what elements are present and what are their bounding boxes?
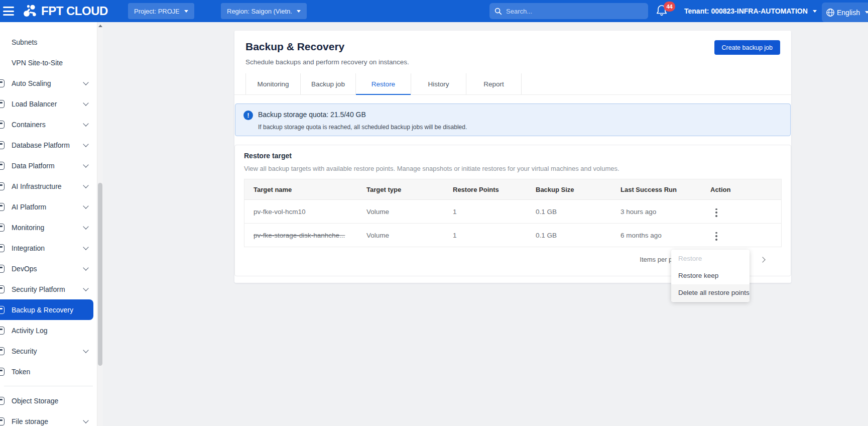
sidebar-item-ai-infrastructure[interactable]: AI Infrastructure xyxy=(0,176,97,196)
chevron-down-icon xyxy=(83,285,88,291)
chevron-down-icon xyxy=(83,244,88,250)
page-subtitle: Schedule backups and perform recovery on… xyxy=(245,58,780,66)
page-title: Backup & Recovery xyxy=(245,41,780,53)
scroll-up-icon[interactable] xyxy=(98,25,102,27)
sidebar-item-token[interactable]: Token xyxy=(0,361,97,382)
sidebar-item-file-storage[interactable]: File storage xyxy=(0,411,97,426)
sidebar-item-vpn-site-to-site[interactable]: VPN Site-to-Site xyxy=(0,52,97,73)
menu-item-restore[interactable]: Restore xyxy=(671,250,750,267)
row-actions-kebab-icon[interactable] xyxy=(712,206,720,219)
menu-icon[interactable] xyxy=(3,7,14,16)
sidebar-item-load-balancer[interactable]: Load Balancer xyxy=(0,93,97,114)
integration-icon xyxy=(0,244,5,252)
load-balancer-icon xyxy=(0,100,5,108)
sidebar-item-auto-scaling[interactable]: Auto Scaling xyxy=(0,73,97,93)
fpt-molecule-icon xyxy=(21,3,38,20)
table-row: pv-fke-storage-disk-hanhche... Volume 1 … xyxy=(244,224,781,247)
table-row: pv-fke-vol-hcm10 Volume 1 0.1 GB 3 hours… xyxy=(244,200,781,224)
search-input[interactable] xyxy=(506,8,643,15)
column-header-target-type: Target type xyxy=(357,186,444,193)
sidebar-item-object-storage[interactable]: Object Storage xyxy=(0,390,97,411)
sidebar-item-devops[interactable]: DevOps xyxy=(0,258,97,279)
top-navbar: FPT CLOUD Project: PROJECT_INF... Region… xyxy=(0,0,868,22)
chevron-right-icon xyxy=(760,257,765,262)
security-platform-icon xyxy=(0,285,5,293)
cell-last-success-run: 3 hours ago xyxy=(611,208,701,216)
chevron-down-icon xyxy=(865,11,868,14)
chevron-down-icon xyxy=(83,347,88,353)
sidebar-item-security[interactable]: Security xyxy=(0,341,97,361)
notifications-button[interactable]: 44 xyxy=(656,4,679,20)
sidebar-item-containers[interactable]: Containers xyxy=(0,114,97,135)
tab-restore[interactable]: Restore xyxy=(356,73,411,94)
page-header: Backup & Recovery Schedule backups and p… xyxy=(234,31,791,66)
region-selector[interactable]: Region: Saigon (Vietn... xyxy=(221,3,307,19)
sidebar-item-integration[interactable]: Integration xyxy=(0,238,97,258)
sidebar-item-database-platform[interactable]: Database Platform xyxy=(0,135,97,155)
sidebar-item-ai-platform[interactable]: AI Platform xyxy=(0,196,97,217)
tab-monitoring[interactable]: Monitoring xyxy=(245,73,301,94)
sidebar-item-activity-log[interactable]: Activity Log xyxy=(0,320,97,341)
chevron-down-icon xyxy=(83,121,88,126)
ai-infrastructure-icon xyxy=(0,182,5,190)
brand-logo[interactable]: FPT CLOUD xyxy=(21,0,108,22)
object-storage-icon xyxy=(0,397,5,405)
containers-icon xyxy=(0,121,5,129)
tenant-selector[interactable]: Tenant: 000823-INFRA-AUTOMATION xyxy=(684,0,817,22)
column-header-action: Action xyxy=(701,186,781,193)
cell-target-type: Volume xyxy=(357,232,444,239)
section-description: View all backup targets with available r… xyxy=(244,165,782,172)
language-label: English xyxy=(837,9,860,17)
data-platform-icon xyxy=(0,162,5,170)
devops-icon xyxy=(0,265,5,273)
sidebar-item-backup-recovery[interactable]: Backup & Recovery xyxy=(0,299,93,320)
menu-item-restore-keep[interactable]: Restore keep xyxy=(671,267,750,284)
token-icon xyxy=(0,368,5,376)
sidebar-scrollbar[interactable] xyxy=(97,22,103,426)
auto-scaling-icon xyxy=(0,79,5,87)
chevron-down-icon xyxy=(83,79,88,85)
app-root: FPT CLOUD Project: PROJECT_INF... Region… xyxy=(0,0,868,426)
file-storage-icon xyxy=(0,417,5,425)
brand-name: FPT CLOUD xyxy=(41,4,108,18)
restore-target-table: Target name Target type Restore Points B… xyxy=(244,179,782,247)
menu-item-delete-all-restore-points[interactable]: Delete all restore points xyxy=(671,284,750,301)
row-actions-context-menu: Restore Restore keep Delete all restore … xyxy=(671,250,750,302)
column-header-backup-size: Backup Size xyxy=(527,186,611,193)
main-panel: Backup & Recovery Schedule backups and p… xyxy=(234,31,791,283)
globe-icon xyxy=(826,8,835,17)
tab-backup-job[interactable]: Backup job xyxy=(301,73,356,94)
sidebar-item-data-platform[interactable]: Data Platform xyxy=(0,155,97,176)
create-backup-job-button[interactable]: Create backup job xyxy=(714,40,780,55)
tab-report[interactable]: Report xyxy=(466,73,522,94)
sidebar-item-security-platform[interactable]: Security Platform xyxy=(0,279,97,299)
sidebar-item-subnets[interactable]: Subnets xyxy=(0,32,97,52)
info-icon xyxy=(243,111,253,120)
cell-restore-points: 1 xyxy=(444,232,527,239)
chevron-down-icon xyxy=(83,203,88,208)
chevron-down-icon xyxy=(813,10,817,13)
cell-backup-size: 0.1 GB xyxy=(527,208,611,216)
quota-alert-title: Backup storage quota: 21.5/40 GB xyxy=(258,111,366,119)
global-search[interactable] xyxy=(489,3,648,19)
section-title: Restore target xyxy=(244,152,782,160)
scrollbar-thumb[interactable] xyxy=(98,183,102,366)
project-selector[interactable]: Project: PROJECT_INF... xyxy=(128,3,194,19)
chevron-down-icon xyxy=(83,100,88,105)
language-selector[interactable]: English xyxy=(822,3,868,22)
next-page-button[interactable] xyxy=(758,254,769,265)
activity-log-icon xyxy=(0,327,5,335)
cell-target-name: pv-fke-storage-disk-hanhche... xyxy=(244,232,357,239)
cell-restore-points: 1 xyxy=(444,208,527,216)
column-header-target-name: Target name xyxy=(244,186,357,193)
chevron-down-icon xyxy=(83,265,88,270)
tab-history[interactable]: History xyxy=(411,73,466,94)
row-actions-kebab-icon[interactable] xyxy=(712,230,720,243)
tab-bar: Monitoring Backup job Restore History Re… xyxy=(234,73,791,95)
chevron-down-icon xyxy=(83,182,88,188)
security-icon xyxy=(0,347,5,355)
column-header-restore-points: Restore Points xyxy=(444,186,527,193)
sidebar-item-monitoring[interactable]: Monitoring xyxy=(0,217,97,238)
quota-alert: Backup storage quota: 21.5/40 GB If back… xyxy=(235,103,791,136)
notification-badge: 44 xyxy=(664,2,675,12)
